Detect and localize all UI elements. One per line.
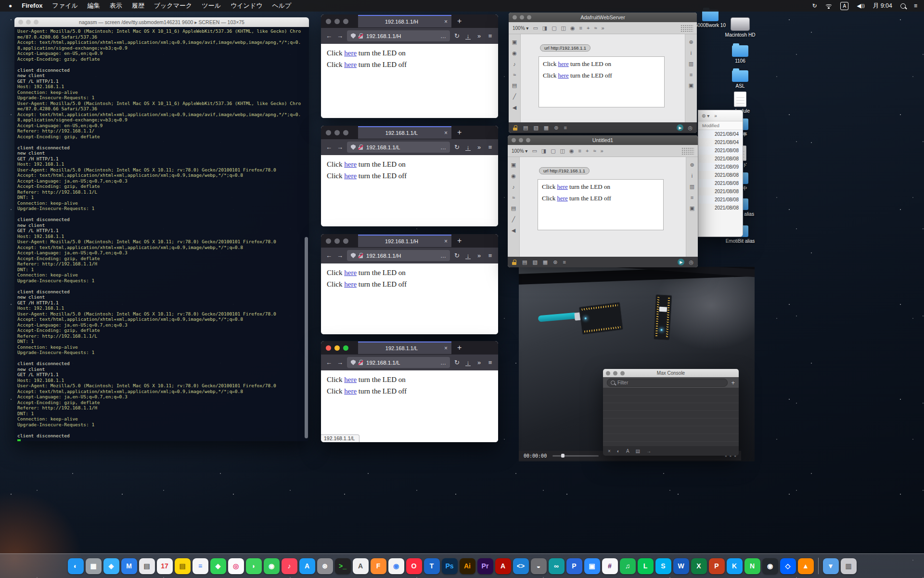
zoom-dock-icon[interactable]: ▣ (584, 558, 600, 574)
menubar-item-0[interactable]: Firefox (17, 2, 47, 9)
clock-icon[interactable]: ◐ (617, 448, 620, 454)
reload-button[interactable]: ↻ (453, 359, 461, 366)
finder-date-cell[interactable]: 2021/08/04 (698, 138, 743, 146)
finder-date-cell[interactable]: 2021/08/08 (698, 187, 743, 196)
zoom-button[interactable] (527, 15, 531, 20)
browser-tab[interactable]: 192.168.1.1/H× (358, 235, 451, 247)
slider-icon[interactable]: ≡ (579, 25, 582, 31)
desktop-icon[interactable]: ASL (725, 70, 756, 89)
processing-dock-icon[interactable]: P (566, 558, 582, 574)
page-actions-icon[interactable]: … (440, 144, 446, 151)
grid-toggle-icon[interactable] (680, 25, 693, 32)
firefox-dock-icon[interactable]: F (371, 558, 386, 574)
new-tab-button[interactable]: + (457, 343, 462, 352)
url-message-box[interactable]: url http://192.168.1.1 (540, 44, 590, 52)
volume-icon[interactable]: ◀ (857, 2, 864, 9)
menubar-item-6[interactable]: ツール (197, 2, 226, 9)
finder-date-cell[interactable]: 2021/08/08 (698, 204, 743, 212)
run-button[interactable]: ▶ (678, 259, 684, 265)
add-filter-button[interactable]: + (731, 379, 735, 386)
keynote-dock-icon[interactable]: K (727, 558, 743, 574)
textedit-dock-icon[interactable]: A (353, 558, 369, 574)
zoom-button[interactable] (526, 138, 530, 143)
close-button[interactable] (606, 371, 610, 375)
zoom-button[interactable] (343, 130, 348, 135)
downloads-button[interactable]: ↓ (464, 32, 472, 39)
toggle-icon[interactable]: ◫ (561, 25, 566, 31)
ui-objects-icon[interactable]: ◉ (511, 173, 516, 179)
powerpoint-dock-icon[interactable]: P (709, 558, 725, 574)
minimize-button[interactable] (334, 130, 340, 135)
toggle-icon[interactable]: ◫ (560, 148, 565, 154)
illustrator-dock-icon[interactable]: Ai (460, 558, 475, 574)
export-icon[interactable]: → (646, 448, 651, 454)
files-icon[interactable]: ▧ (533, 125, 538, 131)
slack-dock-icon[interactable]: # (602, 558, 618, 574)
reload-button[interactable]: ↻ (453, 32, 461, 39)
chevron-right-icon[interactable]: » (714, 113, 717, 118)
more-objects-icon[interactable]: » (602, 25, 604, 31)
button-icon[interactable]: ◉ (570, 25, 575, 31)
page-actions-icon[interactable]: … (440, 252, 446, 259)
menubar-item-7[interactable]: ウインドウ (226, 2, 268, 9)
menu-button[interactable]: ≡ (486, 144, 494, 151)
menubar-clock[interactable]: 月 9:04 (873, 2, 892, 10)
button-icon[interactable]: ◉ (569, 148, 574, 154)
facetime-dock-icon[interactable]: ◉ (264, 558, 280, 574)
menu-button[interactable]: ≡ (486, 252, 494, 259)
url-bar[interactable]: 192.168.1.1/H… (347, 30, 450, 41)
skype-dock-icon[interactable]: S (655, 558, 671, 574)
led-link[interactable]: here (344, 49, 357, 57)
terminal-output[interactable]: User-Agent: Mozilla/5.0 (Macintosh; Inte… (14, 27, 309, 441)
led-link[interactable]: here (344, 160, 357, 168)
wifi-icon[interactable] (825, 3, 832, 9)
acrobat-dock-icon[interactable]: A (495, 558, 511, 574)
new-tab-button[interactable]: + (457, 128, 462, 137)
led-link[interactable]: here (344, 172, 357, 180)
downloads-button[interactable]: ↓ (464, 359, 472, 366)
back-button[interactable]: ← (325, 252, 333, 259)
minimize-button[interactable] (334, 345, 340, 351)
comment-icon[interactable]: ▢ (552, 25, 556, 31)
object-box-icon[interactable]: ▭ (533, 25, 538, 31)
signal-icon[interactable]: ≈ (594, 25, 597, 31)
menu-button[interactable]: ≡ (486, 32, 494, 39)
url-bar[interactable]: 192.168.1.1/L… (347, 357, 450, 368)
list-panel-icon[interactable]: ≡ (691, 195, 693, 200)
sync-icon[interactable]: ↻ (812, 2, 817, 9)
clear-console-icon[interactable]: × (608, 448, 611, 454)
minimize-button[interactable] (613, 371, 617, 375)
browser-tab[interactable]: 192.168.1.1/L× (358, 342, 451, 354)
browser-tab[interactable]: 192.168.1.1/L× (358, 126, 451, 139)
desktop-icon[interactable]: 1106 (725, 45, 756, 64)
new-tab-button[interactable]: + (457, 236, 462, 245)
notes-dock-icon[interactable]: ▤ (175, 558, 191, 574)
zoom-button[interactable] (343, 19, 348, 24)
close-button[interactable] (512, 138, 516, 143)
new-tab-button[interactable]: + (457, 17, 462, 26)
speaker-icon[interactable]: ◀ (513, 105, 516, 111)
patcher-canvas[interactable]: url http://192.168.1.1Click here turn th… (520, 157, 686, 257)
zoom-level-dropdown[interactable]: 100% ▾ (513, 26, 528, 31)
messages-dock-icon[interactable]: ◗ (246, 558, 262, 574)
url-bar[interactable]: 192.168.1.1/L… (347, 142, 450, 153)
calendar-dock-icon[interactable]: 17 (157, 558, 173, 574)
signal-icon[interactable]: ≈ (593, 148, 596, 154)
terminal-scrollbar[interactable] (305, 237, 308, 438)
zoom-tool-icon[interactable]: ⊕ (690, 162, 694, 168)
browser-tab[interactable]: 192.168.1.1/H× (358, 15, 451, 27)
speaker-icon[interactable]: ◀ (512, 227, 515, 234)
vscode-dock-icon[interactable]: <> (513, 558, 529, 574)
forward-button[interactable]: → (336, 359, 344, 366)
window-controls[interactable] (606, 371, 625, 375)
max-dock-icon[interactable]: ◒ (531, 558, 547, 574)
overflow-button[interactable]: » (475, 144, 483, 151)
minimize-button[interactable] (520, 15, 524, 20)
window-controls[interactable] (326, 238, 348, 244)
menubar-item-3[interactable]: 表示 (105, 2, 127, 9)
grid-toggle-icon[interactable] (681, 147, 694, 155)
menubar-item-5[interactable]: ブックマーク (149, 2, 197, 9)
tab-close-icon[interactable]: × (444, 130, 448, 136)
list-icon[interactable]: ≡ (564, 125, 566, 131)
page-actions-icon[interactable]: … (440, 33, 446, 39)
